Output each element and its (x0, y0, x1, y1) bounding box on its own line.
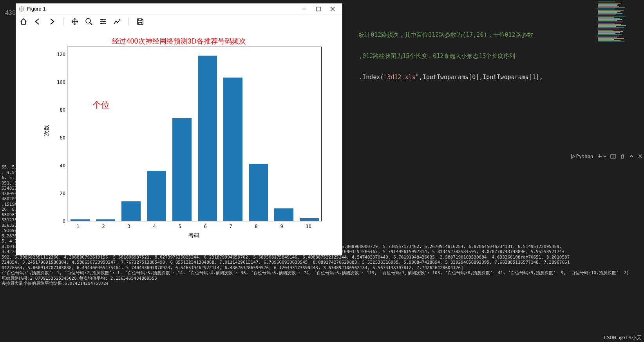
window-title: Figure 1 (27, 6, 46, 12)
x-tick-label: 8 (255, 224, 258, 229)
x-tick-label: 3 (128, 224, 130, 229)
y-tick-label: 0 (55, 219, 65, 224)
pan-button[interactable] (71, 17, 79, 26)
chart-bar (249, 164, 268, 221)
play-icon (571, 154, 575, 159)
x-tick-label: 1 (77, 224, 80, 229)
matplotlib-icon (18, 6, 25, 12)
zoom-icon (85, 18, 93, 25)
save-icon (136, 18, 144, 25)
sliders-icon (99, 18, 107, 25)
arrow-right-icon (48, 18, 56, 25)
y-tick-label: 60 (55, 135, 65, 141)
code-line-index: .Index("3d12.xls",IputTwoparams[0],IputT… (345, 64, 543, 90)
svg-point-5 (86, 18, 90, 23)
chart-title: 经过400次神经网络预测3D各推荐号码频次 (112, 36, 246, 46)
chevron-down-icon (603, 155, 606, 158)
chart-bar (198, 56, 217, 221)
y-tick-label: 120 (55, 52, 65, 57)
minimap[interactable] (598, 2, 641, 150)
x-axis-label: 号码 (188, 232, 199, 239)
forward-button[interactable] (47, 17, 56, 26)
chevron-up-icon (629, 154, 634, 159)
plot-area (67, 47, 322, 221)
move-icon (71, 18, 79, 25)
chart-bar (147, 171, 166, 221)
line-number: 430 (0, 9, 16, 17)
y-axis-label: 次数 (43, 125, 50, 136)
maximize-button[interactable] (311, 4, 326, 14)
y-tick-label: 100 (55, 80, 65, 85)
svg-line-6 (90, 23, 92, 25)
line-chart-icon (113, 18, 121, 25)
y-tick-label: 20 (55, 191, 65, 196)
close-button[interactable] (326, 4, 340, 14)
arrow-left-icon (34, 18, 42, 25)
chart-canvas[interactable]: 经过400次神经网络预测3D各推荐号码频次 个位 次数 号码 020406080… (16, 29, 342, 255)
svg-rect-12 (101, 23, 102, 24)
home-button[interactable] (19, 17, 28, 26)
svg-rect-11 (103, 21, 105, 22)
terminal-kill-button[interactable] (620, 154, 625, 159)
chart-bar (71, 219, 89, 221)
configure-button[interactable] (99, 17, 107, 26)
svg-rect-4 (317, 7, 320, 11)
terminal-add-button[interactable] (597, 154, 606, 159)
svg-rect-10 (101, 19, 103, 20)
home-icon (20, 18, 27, 25)
x-tick-label: 7 (230, 224, 232, 229)
chart-bar (172, 118, 191, 221)
plus-icon (597, 154, 602, 159)
back-button[interactable] (33, 17, 42, 26)
save-button[interactable] (136, 17, 145, 26)
toolbar-separator (63, 18, 63, 25)
close-icon (330, 7, 335, 11)
terminal-maximize-button[interactable] (629, 154, 634, 159)
chart-bar (121, 201, 140, 221)
chart-bar (223, 78, 242, 221)
split-icon (610, 154, 616, 159)
x-tick-label: 2 (102, 224, 105, 229)
x-tick-label: 6 (204, 224, 207, 229)
zoom-button[interactable] (85, 17, 93, 26)
maximize-icon (316, 7, 321, 11)
close-icon (638, 154, 642, 159)
terminal-split-button[interactable] (610, 154, 616, 159)
chart-bar (96, 219, 115, 221)
edit-button[interactable] (113, 17, 121, 26)
trash-icon (620, 154, 625, 159)
y-tick-label: 40 (55, 163, 65, 168)
matplotlib-figure-window: Figure 1 (16, 3, 342, 255)
x-tick-label: 5 (179, 224, 181, 229)
terminal-close-button[interactable] (638, 154, 642, 159)
watermark: CSDN @GIS小天 (604, 334, 642, 341)
chart-bar (274, 208, 293, 221)
chart-bar (300, 218, 318, 221)
minimize-icon (302, 7, 307, 11)
x-tick-label: 10 (306, 224, 311, 229)
terminal-language-selector[interactable]: Python (571, 154, 593, 159)
toolbar-separator (128, 18, 129, 25)
minimize-button[interactable] (297, 4, 311, 14)
y-tick-label: 80 (55, 107, 65, 113)
x-tick-label: 4 (153, 224, 156, 229)
x-tick-label: 9 (280, 224, 283, 229)
